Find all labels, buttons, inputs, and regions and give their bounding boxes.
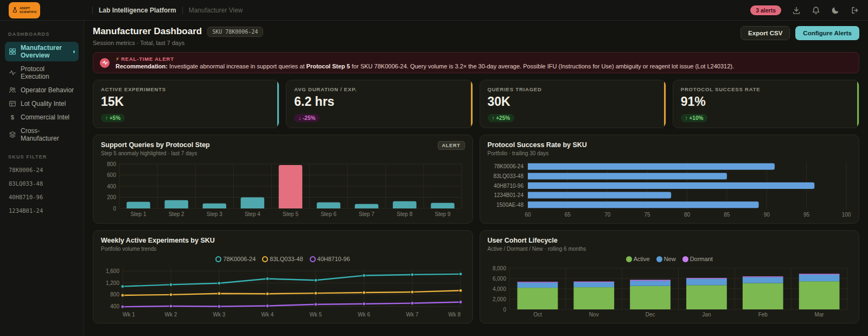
svg-text:40H8710-96: 40H8710-96 — [493, 183, 523, 189]
topbar: ADEPT SCIENTIFIC Lab Intelligence Platfo… — [0, 0, 868, 21]
legend-label: 78K0006-24 — [223, 256, 256, 262]
charts-row-2: Weekly Active Experiments by SKU Portfol… — [93, 230, 859, 324]
sku-filter-item[interactable]: 40H8710-96 — [5, 192, 79, 202]
sidebar-item-label: Cross-Manufacturer — [21, 127, 75, 142]
svg-text:Step 2: Step 2 — [169, 211, 184, 217]
realtime-alert-banner: ⚡ REAL-TIME ALERT Recommendation: Invest… — [93, 52, 859, 73]
svg-text:60: 60 — [525, 212, 531, 218]
dashboards-section-label: DASHBOARDS — [8, 31, 75, 37]
sidebar-item-operator-behavior[interactable]: Operator Behavior — [5, 84, 79, 96]
alerts-count-badge[interactable]: 3 alerts — [750, 5, 781, 15]
alert-text-block: ⚡ REAL-TIME ALERT Recommendation: Invest… — [116, 56, 734, 69]
line-chart-legend: 78K0006-2483LQ033-4840H8710-96 — [101, 254, 465, 264]
brand-logo-text: ADEPT SCIENTIFIC — [20, 7, 37, 14]
svg-text:Wk 4: Wk 4 — [261, 312, 274, 318]
sidebar: DASHBOARDS Manufacturer OverviewProtocol… — [0, 21, 84, 336]
svg-text:600: 600 — [107, 172, 116, 178]
kpi-accent-stripe — [471, 80, 473, 128]
svg-text:Step 5: Step 5 — [283, 211, 298, 217]
kpi-label: AVG DURATION / EXP. — [294, 86, 464, 92]
legend-ring-icon — [262, 256, 268, 262]
sidebar-item-commercial-intel[interactable]: $Commercial Intel — [5, 111, 79, 123]
svg-text:90: 90 — [763, 212, 770, 218]
svg-text:75: 75 — [644, 212, 650, 218]
svg-text:80: 80 — [684, 212, 690, 218]
kpi-accent-stripe — [857, 80, 859, 128]
sidebar-item-protocol-execution[interactable]: Protocol Execution — [5, 63, 79, 83]
weekly-active-card: Weekly Active Experiments by SKU Portfol… — [93, 230, 473, 324]
dollar-icon: $ — [9, 113, 16, 121]
skus-section-label: SKUS FILTER — [8, 154, 75, 160]
sidebar-item-manufacturer-overview[interactable]: Manufacturer Overview — [5, 42, 79, 61]
success-rate-hbar-chart: 606570758085909510078K0006-2483LQ033-484… — [488, 161, 852, 219]
kpi-card-3: PROTOCOL SUCCESS RATE91%↑ +10% — [673, 80, 859, 128]
sidebar-item-lot-quality-intel[interactable]: Lot Quality Intel — [5, 98, 79, 110]
legend-dot-icon — [682, 256, 688, 262]
sidebar-item-label: Operator Behavior — [21, 86, 74, 94]
svg-text:0: 0 — [503, 307, 506, 313]
chart-title: User Cohort Lifecycle — [488, 237, 586, 244]
sidebar-item-label: Lot Quality Intel — [21, 100, 66, 107]
svg-text:800: 800 — [110, 291, 119, 297]
app-title: Lab Intelligence Platform — [99, 7, 176, 14]
svg-text:Step 8: Step 8 — [397, 211, 412, 217]
legend-item: New — [656, 256, 676, 262]
kpi-label: ACTIVE EXPERIMENTS — [101, 86, 271, 92]
page-title: Manufacturer Dashboard — [93, 26, 202, 37]
bolt-icon: ⚡ — [116, 56, 119, 62]
legend-item: Active — [626, 256, 650, 262]
sku-filter-item[interactable]: 78K0006-24 — [5, 164, 79, 175]
view-title: Manufacturer View — [189, 7, 243, 14]
sku-filter-item[interactable]: 83LQ033-48 — [5, 178, 79, 189]
legend-label: 40H8710-96 — [317, 256, 350, 262]
svg-text:Jan: Jan — [702, 312, 711, 318]
svg-text:Step 9: Step 9 — [435, 211, 450, 217]
kpi-row: ACTIVE EXPERIMENTS15K↑ +5%AVG DURATION /… — [93, 80, 859, 128]
legend-label: New — [664, 256, 676, 262]
pulse-icon — [9, 69, 16, 77]
export-csv-button[interactable]: Export CSV — [741, 26, 790, 40]
cohort-stacked-chart: 02,0004,0006,0008,000OctNovDecJanFebMar — [488, 265, 852, 319]
svg-text:4,000: 4,000 — [492, 286, 506, 292]
svg-text:400: 400 — [110, 303, 119, 309]
svg-text:Step 6: Step 6 — [321, 211, 336, 217]
svg-text:65: 65 — [564, 212, 571, 218]
chart-title: Protocol Success Rate by SKU — [488, 141, 587, 149]
bell-icon[interactable] — [812, 6, 820, 15]
svg-text:Step 7: Step 7 — [359, 211, 374, 217]
cohort-legend: ActiveNewDormant — [488, 254, 852, 264]
sidebar-nav: Manufacturer OverviewProtocol ExecutionO… — [5, 42, 79, 144]
svg-text:0: 0 — [113, 206, 116, 212]
alert-pulse-icon — [100, 58, 110, 68]
svg-text:100: 100 — [841, 212, 851, 218]
topbar-titles: Lab Intelligence Platform Manufacturer V… — [92, 7, 243, 14]
legend-label: Active — [634, 256, 650, 262]
svg-text:83LQ033-48: 83LQ033-48 — [493, 173, 524, 179]
grid-icon — [9, 48, 16, 55]
chart-subtitle: Active / Dormant / New · rolling 6 month… — [488, 246, 586, 252]
svg-text:1234B01-24: 1234B01-24 — [494, 192, 524, 198]
legend-ring-icon — [310, 256, 316, 262]
kpi-value: 91% — [681, 94, 851, 109]
download-icon[interactable] — [792, 6, 801, 15]
kpi-card-1: AVG DURATION / EXP.6.2 hrs↓ -25% — [286, 80, 473, 128]
kpi-value: 15K — [101, 94, 271, 109]
svg-text:78K0006-24: 78K0006-24 — [494, 163, 524, 169]
svg-text:70: 70 — [604, 212, 611, 218]
moon-icon[interactable] — [831, 6, 840, 15]
svg-text:Oct: Oct — [533, 312, 542, 318]
brand-logo[interactable]: ADEPT SCIENTIFIC — [9, 2, 40, 18]
success-rate-by-sku-card: Protocol Success Rate by SKU Portfolio ·… — [480, 135, 860, 224]
sidebar-item-cross-manufacturer[interactable]: Cross-Manufacturer — [5, 125, 79, 144]
svg-text:Wk 5: Wk 5 — [310, 312, 322, 318]
sku-badge: SKU 78K0006-24 — [207, 27, 263, 37]
sku-filter-item[interactable]: 1234B01-24 — [5, 205, 79, 216]
configure-alerts-button[interactable]: Configure Alerts — [795, 26, 859, 40]
svg-text:1,200: 1,200 — [106, 280, 119, 286]
svg-text:400: 400 — [107, 183, 116, 189]
chart-subtitle: Portfolio · trailing 30 days — [488, 150, 587, 156]
logout-icon[interactable] — [851, 6, 859, 15]
chart-subtitle: Portfolio volume trends — [101, 246, 215, 252]
svg-text:6,000: 6,000 — [492, 276, 506, 282]
app-root: ADEPT SCIENTIFIC Lab Intelligence Platfo… — [0, 0, 868, 336]
